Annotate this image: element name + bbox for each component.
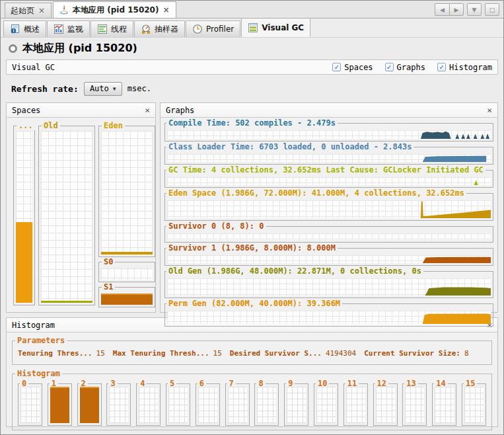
refresh-rate-label: Refresh rate: [11, 84, 79, 94]
histogram-bin-7: 7 [225, 383, 250, 426]
gc-time-sparkline [167, 177, 491, 185]
checkbox-graphs-box[interactable]: ✓ [385, 63, 394, 71]
eden-space-sparkline [167, 200, 491, 218]
parameters-fieldset: Parameters Tenuring Thres...15 Max Tenur… [12, 340, 492, 365]
chevron-down-icon: ▼ [113, 86, 116, 92]
tab-sampler-label: 抽样器 [155, 24, 178, 35]
space-old-chart [41, 131, 92, 303]
graph-survivor-1: Survivor 1 (1.986G, 8.000M): 8.000M [164, 248, 493, 266]
histogram-bin-11: 11 [343, 383, 368, 426]
graph-gc-time-strip [167, 177, 491, 185]
compile-time-sparkline [167, 130, 491, 139]
histogram-bin-6: 6 [196, 383, 220, 426]
histogram-bin-0: 0 [18, 383, 42, 426]
space-old-label: Old [42, 121, 60, 130]
tab-threads[interactable]: 线程 [90, 20, 133, 37]
graph-rows: Compile Time: 502 compiles - 2.479s [161, 118, 497, 312]
close-icon[interactable]: × [38, 7, 46, 15]
overview-icon [10, 24, 20, 34]
histogram-bin-15: 15 [462, 383, 486, 426]
refresh-rate-value: Auto [90, 84, 109, 93]
checkbox-spaces-label: Spaces [344, 63, 373, 72]
space-eden-chart [101, 131, 153, 255]
graph-perm-gen-strip [167, 311, 491, 324]
refresh-rate-row: Refresh rate: Auto ▼ msec. [1, 75, 503, 102]
graph-class-loader-strip [167, 154, 491, 162]
nav-forward-button[interactable]: ▶ [449, 3, 464, 16]
graph-compile-time-label: Compile Time: 502 compiles - 2.479s [166, 118, 338, 128]
parameters-legend: Parameters [15, 336, 67, 345]
tab-local-app-label: 本地应用 (pid 15020) [73, 5, 159, 16]
visualgc-icon [248, 22, 258, 33]
graph-eden-space: Eden Space (1.986G, 72.000M): 41.000M, 4… [164, 193, 493, 221]
checkbox-spaces[interactable]: ✓ Spaces [332, 63, 373, 72]
graph-gc-time: GC Time: 4 collections, 32.652ms Last Ca… [164, 170, 493, 188]
space-perm-chart [16, 131, 32, 303]
parameters-line: Tenuring Thres...15 Max Tenuring Thresh.… [18, 349, 489, 358]
tab-visual-gc-label: Visual GC [262, 23, 304, 32]
histogram-bin-1: 1 [48, 383, 72, 426]
histogram-bin-12: 12 [373, 383, 398, 426]
space-s0-chart [101, 268, 153, 280]
application-status-icon [9, 44, 17, 53]
tab-local-app[interactable]: 本地应用 (pid 15020) × [53, 1, 176, 18]
close-icon[interactable]: × [162, 6, 170, 14]
refresh-rate-select[interactable]: Auto ▼ [84, 82, 122, 96]
checkbox-histogram[interactable]: ✓ Histogram [437, 63, 492, 72]
checkbox-spaces-box[interactable]: ✓ [332, 63, 341, 71]
param-max-tenuring-threshold: Max Tenuring Thresh...15 [113, 349, 222, 358]
threads-icon [97, 24, 108, 34]
tab-monitor-label: 监视 [67, 24, 83, 35]
monitor-icon [54, 24, 64, 34]
window-nav-buttons: ◀ ▶ ▼ □ [435, 3, 499, 16]
tab-profiler[interactable]: Profiler [186, 20, 240, 37]
histogram-bin-14: 14 [432, 383, 456, 426]
tab-visual-gc[interactable]: Visual GC [241, 18, 310, 37]
refresh-rate-unit: msec. [127, 84, 151, 93]
tab-list-dropdown-button[interactable]: ▼ [467, 3, 482, 16]
spaces-panel: Spaces × ... Old Eden [6, 102, 156, 313]
tab-start-page[interactable]: 起始页 × [5, 3, 52, 18]
class-loader-sparkline [167, 154, 491, 162]
param-tenuring-threshold: Tenuring Thres...15 [18, 349, 105, 358]
graph-old-gen: Old Gen (1.986G, 48.000M): 22.871M, 0 co… [164, 271, 493, 298]
histogram-bins-legend: Histogram [15, 369, 62, 378]
view-tabbar: 概述 监视 线程 [1, 19, 503, 38]
maximize-button[interactable]: □ [485, 3, 499, 16]
graph-survivor-0: Survivor 0 (8, 8): 0 [164, 226, 493, 243]
histogram-bins-fieldset: Histogram 0 1 2 3 4 5 6 7 8 9 10 11 12 1… [12, 374, 492, 430]
view-checkboxes: ✓ Spaces ✓ Graphs ✓ Histogram [332, 63, 492, 72]
histogram-bin-4: 4 [136, 383, 161, 426]
graph-compile-time: Compile Time: 502 compiles - 2.479s [164, 123, 493, 141]
spaces-panel-body: ... Old Eden [7, 118, 155, 312]
page-title-row: 本地应用 (pid 15020) [1, 38, 503, 59]
old-gen-sparkline [167, 278, 491, 296]
checkbox-histogram-box[interactable]: ✓ [437, 63, 446, 71]
space-eden: Eden [98, 126, 155, 257]
graph-survivor-1-strip [167, 255, 491, 263]
tab-monitor[interactable]: 监视 [47, 20, 90, 37]
graph-gc-time-label: GC Time: 4 collections, 32.652ms Last Ca… [166, 165, 486, 175]
graph-survivor-1-label: Survivor 1 (1.986G, 8.000M): 8.000M [166, 243, 338, 253]
visualgc-toolbar: Visual GC ✓ Spaces ✓ Graphs ✓ Histogram [6, 59, 498, 75]
space-eden-bar [101, 252, 153, 255]
histogram-bin-13: 13 [402, 383, 427, 426]
histogram-bin-9: 9 [284, 383, 308, 426]
close-icon[interactable]: × [145, 106, 150, 114]
tab-sampler[interactable]: 抽样器 [134, 20, 185, 37]
histogram-bin-2: 2 [77, 383, 102, 426]
param-desired-survivor-size: Desired Survivor S...4194304 [230, 349, 356, 358]
spaces-panel-header[interactable]: Spaces × [7, 103, 155, 118]
space-s1-label: S1 [102, 282, 115, 292]
space-s1: S1 [98, 287, 155, 307]
checkbox-graphs[interactable]: ✓ Graphs [385, 63, 425, 72]
graphs-panel-header[interactable]: Graphs × [161, 103, 497, 118]
tab-overview[interactable]: 概述 [3, 20, 46, 37]
sampler-icon [141, 24, 151, 34]
graph-survivor-0-strip [167, 233, 491, 240]
space-s0-label: S0 [102, 257, 115, 266]
graph-eden-space-strip [167, 200, 491, 218]
close-icon[interactable]: × [487, 106, 492, 114]
histogram-bin-5: 5 [166, 383, 190, 426]
nav-back-button[interactable]: ◀ [435, 3, 449, 16]
